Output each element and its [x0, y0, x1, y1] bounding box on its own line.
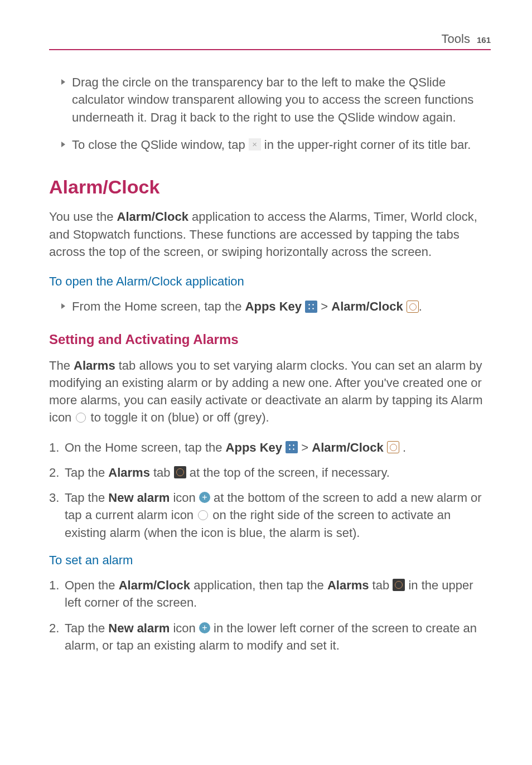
new-alarm-plus-icon: + [199, 622, 210, 633]
text: > [298, 440, 312, 454]
page-number: 161 [477, 34, 491, 46]
step-body: Tap the New alarm icon + in the lower le… [65, 619, 491, 654]
step-body: Tap the New alarm icon + at the bottom o… [65, 489, 491, 541]
heading-alarm-clock: Alarm/Clock [49, 173, 491, 200]
bold-text: New alarm [108, 491, 170, 505]
bold-text: Alarms [327, 578, 369, 592]
text: Tap the [65, 491, 108, 505]
alarm-clock-app-icon [387, 441, 399, 453]
paragraph-setting: The Alarms tab allows you to set varying… [49, 357, 491, 427]
heading-set-alarm: To set an alarm [49, 551, 491, 569]
text: Open the [65, 578, 119, 592]
text: tab [369, 578, 393, 592]
text: in the upper-right corner of its title b… [261, 138, 471, 152]
text: > [317, 299, 331, 313]
step-body: Tap the Alarms tab at the top of the scr… [65, 464, 491, 481]
text: application, then tap the [190, 578, 327, 592]
page-header: Tools 161 [49, 30, 491, 50]
step-3: 3. Tap the New alarm icon + at the botto… [49, 489, 491, 541]
text: icon [170, 491, 199, 505]
bold-text: New alarm [108, 621, 170, 635]
bullet-qslide-transparency: Drag the circle on the transparency bar … [61, 74, 491, 126]
text: icon [170, 621, 199, 635]
alarm-toggle-icon [197, 509, 209, 521]
number-label: 1. [49, 577, 65, 611]
apps-key-icon [305, 301, 317, 313]
number-label: 2. [49, 619, 65, 654]
text: at the top of the screen, if necessary. [186, 466, 390, 480]
alarms-tab-icon [393, 579, 405, 591]
triangle-bullet-icon [61, 79, 65, 85]
bold-text: Alarms [74, 359, 115, 372]
text: . [419, 299, 422, 313]
text: . [399, 440, 406, 454]
bold-text: Apps Key [245, 299, 306, 313]
close-icon: × [249, 138, 261, 151]
set-step-2: 2. Tap the New alarm icon + in the lower… [49, 619, 491, 654]
text: To close the QSlide window, tap [72, 138, 249, 152]
alarm-toggle-icon [75, 411, 87, 424]
alarms-tab-icon [174, 466, 186, 478]
heading-setting-alarms: Setting and Activating Alarms [49, 330, 491, 349]
heading-open-app: To open the Alarm/Clock application [49, 273, 491, 290]
text: Tap the [65, 621, 108, 635]
triangle-bullet-icon [61, 142, 65, 147]
text: to toggle it on (blue) or off (grey). [87, 410, 269, 424]
bullet-text: Drag the circle on the transparency bar … [72, 74, 491, 126]
bullet-text: To close the QSlide window, tap × in the… [72, 136, 491, 153]
text: Tap the [65, 466, 108, 480]
number-label: 2. [49, 464, 65, 481]
step-1: 1. On the Home screen, tap the Apps Key … [49, 439, 491, 456]
bold-text: Alarm/Clock [331, 299, 407, 313]
new-alarm-plus-icon: + [199, 492, 210, 503]
text: The [49, 359, 74, 372]
text: From the Home screen, tap the [72, 299, 245, 313]
step-2: 2. Tap the Alarms tab at the top of the … [49, 464, 491, 481]
bullet-qslide-close: To close the QSlide window, tap × in the… [61, 136, 491, 153]
apps-key-icon [286, 441, 298, 453]
step-body: Open the Alarm/Clock application, then t… [65, 577, 491, 611]
paragraph-intro: You use the Alarm/Clock application to a… [49, 208, 491, 260]
header-section: Tools [442, 30, 470, 47]
bold-text: Alarm/Clock [119, 578, 190, 592]
triangle-bullet-icon [61, 303, 65, 309]
text: You use the [49, 210, 117, 224]
number-label: 1. [49, 439, 65, 456]
alarm-clock-app-icon [407, 301, 419, 313]
bold-text: Apps Key [226, 440, 286, 454]
bold-text: Alarm/Clock [312, 440, 387, 454]
bullet-open-app: From the Home screen, tap the Apps Key >… [61, 298, 491, 315]
step-body: On the Home screen, tap the Apps Key > A… [65, 439, 491, 456]
set-step-1: 1. Open the Alarm/Clock application, the… [49, 577, 491, 611]
text: On the Home screen, tap the [65, 440, 226, 454]
text: tab [150, 466, 174, 480]
bold-text: Alarm/Clock [117, 210, 188, 224]
bullet-text: From the Home screen, tap the Apps Key >… [72, 298, 491, 315]
number-label: 3. [49, 489, 65, 541]
bold-text: Alarms [108, 466, 150, 480]
